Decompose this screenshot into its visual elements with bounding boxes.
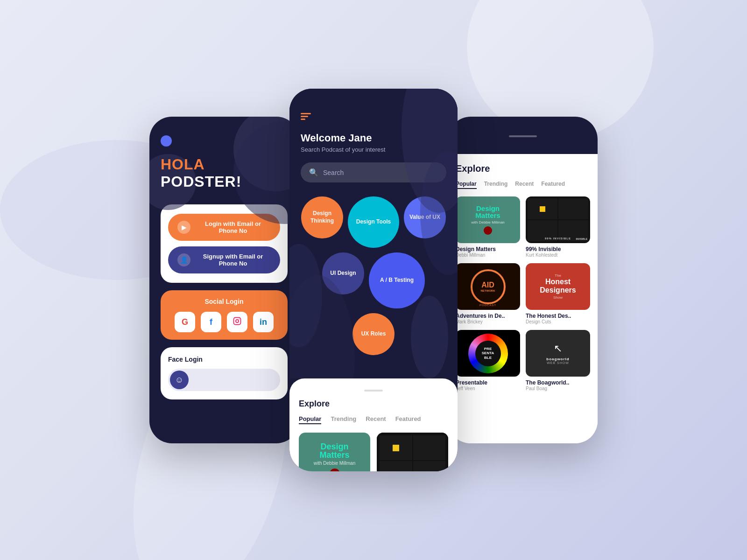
podcast-card-design-matters[interactable]: Design Matters with Debbie Millman Desig…: [299, 433, 370, 471]
p3-author-aid: Mark Brickey: [456, 319, 520, 324]
svg-point-2: [239, 319, 240, 320]
p3-body: Explore Popular Trending Recent Featured…: [448, 154, 598, 443]
p3-tab-featured[interactable]: Featured: [541, 181, 565, 189]
p3-name-boag: The Boagworld..: [526, 379, 590, 386]
login-icon: ▶: [177, 221, 190, 234]
login-label: Login with Email or Phone No: [195, 220, 271, 234]
topic-bubbles: Design Thinking Design Tools Value of UX…: [301, 196, 446, 364]
p3-explore-title: Explore: [456, 163, 590, 174]
thumb-99-invisible: INVISIBLE 99% INVISIBLE: [377, 433, 448, 471]
face-login-title: Face Login: [168, 356, 280, 363]
signup-icon: 👤: [177, 253, 190, 266]
phone-login: HOLA PODSTER! ▶ Login with Email or Phon…: [149, 117, 299, 443]
p3-card-design-matters[interactable]: Design Matters with Debbie Millman Desig…: [456, 196, 520, 258]
p3-name-honest: The Honest Des..: [526, 313, 590, 319]
p3-card-boag[interactable]: ↖ boagworld WEB SHOW The Boagworld.. Pau…: [526, 330, 590, 391]
hola-text: HOLA: [161, 156, 288, 173]
linkedin-login-button[interactable]: in: [253, 312, 274, 332]
face-login-box: Face Login ☺: [161, 347, 288, 399]
bubble-ui-design[interactable]: UI Design: [322, 252, 364, 294]
bubble-design-tools[interactable]: Design Tools: [348, 196, 399, 248]
p3-name-aid: Adventures in De..: [456, 313, 520, 319]
p3-author-99: Kurt Kohlestedt: [526, 252, 590, 258]
menu-icon[interactable]: [301, 112, 446, 123]
bubble-ab-testing[interactable]: A / B Testing: [369, 252, 425, 308]
podcast-grid: Design Matters with Debbie Millman Desig…: [299, 433, 448, 471]
instagram-icon: [233, 317, 241, 328]
p3-thumb-honest: The HonestDesigners Show: [526, 263, 590, 310]
p3-author-honest: Design Cuts: [526, 319, 590, 324]
p3-top-bar: [448, 117, 598, 154]
p3-notch: [509, 135, 537, 137]
bubble-design-thinking[interactable]: Design Thinking: [301, 196, 343, 238]
p3-tab-trending[interactable]: Trending: [484, 181, 508, 189]
p3-author-presentable: Jeff Veen: [456, 386, 520, 391]
p3-card-honest[interactable]: The HonestDesigners Show The Honest Des.…: [526, 263, 590, 324]
tab-trending[interactable]: Trending: [331, 415, 356, 424]
app-title: HOLA PODSTER!: [161, 156, 288, 190]
p3-card-aid[interactable]: AID NETWORK PODCAST Adventures in De.. M…: [456, 263, 520, 324]
p3-thumb-boag: ↖ boagworld WEB SHOW: [526, 330, 590, 377]
search-bar[interactable]: 🔍 Search: [301, 162, 446, 182]
p3-tabs: Popular Trending Recent Featured: [456, 181, 590, 189]
bubble-value-ux[interactable]: Value of UX: [404, 196, 446, 238]
p3-thumb-99: INVISIBLE 99% INVISIBLE: [526, 196, 590, 243]
p3-thumb-presentable: PRESENTABLE: [456, 330, 520, 377]
p3-card-99[interactable]: INVISIBLE 99% INVISIBLE 99% Invisible Ku…: [526, 196, 590, 258]
p3-tab-recent[interactable]: Recent: [515, 181, 534, 189]
instagram-login-button[interactable]: [227, 312, 247, 332]
p3-author-boag: Paul Boag: [526, 386, 590, 391]
social-login-box: Social Login G f: [161, 290, 288, 340]
p3-author: Debbi Millman: [456, 252, 520, 258]
search-top-section: Welcome Jane Search Podcast of your inte…: [289, 89, 458, 378]
face-login-thumb: ☺: [170, 371, 189, 389]
bubble-ux-roles[interactable]: UX Roles: [352, 313, 395, 355]
p3-card-presentable[interactable]: PRESENTABLE Presentable Jeff Veen: [456, 330, 520, 391]
phones-container: HOLA PODSTER! ▶ Login with Email or Phon…: [149, 89, 598, 471]
tab-featured[interactable]: Featured: [395, 415, 421, 424]
svg-rect-10: [301, 119, 305, 120]
app-dot: [161, 135, 172, 147]
p3-name-presentable: Presentable: [456, 379, 520, 386]
podcast-card-99-invisible[interactable]: INVISIBLE 99% INVISIBLE 99% Invisible Ku…: [377, 433, 448, 471]
linkedin-icon: in: [260, 317, 267, 327]
p3-thumb-aid: AID NETWORK PODCAST: [456, 263, 520, 310]
welcome-heading: Welcome Jane: [301, 132, 446, 144]
welcome-subtitle: Search Podcast of your interest: [301, 146, 446, 153]
social-icons-row: G f: [168, 312, 280, 332]
p3-name: Design Matters: [456, 246, 520, 252]
p3-tab-popular[interactable]: Popular: [456, 181, 477, 189]
svg-rect-9: [301, 116, 308, 117]
bottom-sheet-handle: [364, 390, 383, 392]
tab-recent[interactable]: Recent: [366, 415, 386, 424]
google-icon: G: [182, 317, 188, 327]
search-icon: 🔍: [309, 168, 318, 177]
phone-search: Welcome Jane Search Podcast of your inte…: [289, 89, 458, 471]
p3-podcast-grid: Design Matters with Debbie Millman Desig…: [456, 196, 590, 391]
tab-popular[interactable]: Popular: [299, 415, 321, 424]
phone-explore: Explore Popular Trending Recent Featured…: [448, 117, 598, 443]
svg-rect-8: [301, 113, 311, 114]
signup-email-button[interactable]: 👤 Signup with Email or Phone No: [168, 246, 280, 273]
search-placeholder-text: Search: [323, 169, 344, 176]
social-login-title: Social Login: [168, 298, 280, 305]
p3-name-99: 99% Invisible: [526, 246, 590, 252]
explore-tabs: Popular Trending Recent Featured: [299, 415, 448, 424]
thumb-design-matters: Design Matters with Debbie Millman: [299, 433, 370, 471]
podster-text: PODSTER!: [161, 173, 288, 190]
signup-label: Signup with Email or Phone No: [195, 253, 271, 267]
facebook-login-button[interactable]: f: [201, 312, 221, 332]
p3-thumb-dm: Design Matters with Debbie Millman: [456, 196, 520, 243]
explore-title: Explore: [299, 399, 448, 409]
explore-section: Explore Popular Trending Recent Featured…: [289, 378, 458, 471]
google-login-button[interactable]: G: [175, 312, 195, 332]
svg-point-1: [236, 320, 239, 322]
svg-rect-0: [234, 317, 241, 324]
face-login-track[interactable]: ☺: [168, 369, 280, 391]
facebook-icon: f: [210, 317, 212, 327]
